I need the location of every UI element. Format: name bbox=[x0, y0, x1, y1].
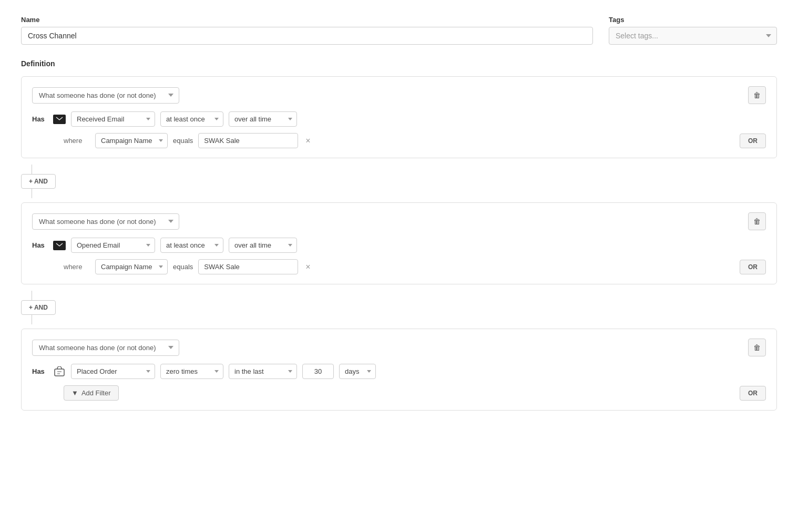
name-label: Name bbox=[21, 16, 593, 24]
time-select-3[interactable]: in the last bbox=[229, 364, 297, 379]
condition-type-select-1[interactable]: What someone has done (or not done) bbox=[32, 87, 179, 104]
where-row-2: where Campaign Name equals × OR bbox=[64, 259, 766, 274]
form-container: Name Tags Select tags... Definition What… bbox=[21, 16, 777, 411]
tags-select[interactable]: Select tags... bbox=[609, 27, 777, 45]
condition-row-1: Has Received Email at least once over al… bbox=[32, 111, 766, 127]
time-select-1[interactable]: over all time bbox=[229, 111, 297, 127]
condition-block-2: What someone has done (or not done) 🗑 Ha… bbox=[21, 202, 777, 284]
days-select-3[interactable]: days bbox=[339, 364, 376, 379]
days-value-input-3[interactable] bbox=[302, 364, 334, 379]
svg-rect-0 bbox=[56, 116, 63, 122]
trash-icon-2: 🗑 bbox=[753, 217, 761, 226]
condition-type-select-3[interactable]: What someone has done (or not done) bbox=[32, 340, 179, 356]
tags-group: Tags Select tags... bbox=[609, 16, 777, 45]
add-filter-button-3[interactable]: ▼ Add Filter bbox=[64, 385, 119, 401]
equals-label-1: equals bbox=[173, 137, 193, 145]
and-button-2[interactable]: + AND bbox=[21, 300, 56, 315]
or-button-3[interactable]: OR bbox=[740, 386, 766, 401]
and-button-1[interactable]: + AND bbox=[21, 174, 56, 189]
where-label-2: where bbox=[64, 263, 90, 271]
clear-button-1[interactable]: × bbox=[303, 136, 312, 146]
delete-button-2[interactable]: 🗑 bbox=[748, 212, 766, 230]
email-icon-1 bbox=[53, 115, 66, 124]
condition-header-2: What someone has done (or not done) 🗑 bbox=[32, 212, 766, 230]
where-label-1: where bbox=[64, 137, 90, 145]
or-button-1[interactable]: OR bbox=[740, 134, 766, 148]
filter-value-input-2[interactable] bbox=[198, 259, 298, 274]
condition-row-3: Has Placed Order zero times in the last bbox=[32, 364, 766, 379]
connector-line-2b bbox=[32, 315, 32, 324]
where-row-left-2: where Campaign Name equals × bbox=[64, 259, 313, 274]
shop-icon-3 bbox=[53, 367, 66, 376]
name-group: Name bbox=[21, 16, 593, 45]
where-row-3: ▼ Add Filter OR bbox=[64, 385, 766, 401]
freq-select-1[interactable]: at least once bbox=[160, 111, 223, 127]
filter-icon-3: ▼ bbox=[71, 389, 78, 397]
connector-line-1b bbox=[32, 189, 32, 198]
svg-rect-1 bbox=[56, 242, 63, 249]
trash-icon-3: 🗑 bbox=[753, 343, 761, 352]
condition-header-3: What someone has done (or not done) 🗑 bbox=[32, 339, 766, 356]
connector-line-1 bbox=[32, 165, 32, 174]
condition-type-select-2[interactable]: What someone has done (or not done) bbox=[32, 213, 179, 230]
tags-label: Tags bbox=[609, 16, 777, 24]
freq-select-2[interactable]: at least once bbox=[160, 238, 223, 253]
clear-button-2[interactable]: × bbox=[303, 262, 312, 272]
time-select-2[interactable]: over all time bbox=[229, 238, 297, 253]
has-label-1: Has bbox=[32, 115, 48, 123]
email-icon-2 bbox=[53, 241, 66, 250]
definition-section: Definition What someone has done (or not… bbox=[21, 59, 777, 411]
freq-select-3[interactable]: zero times bbox=[160, 364, 223, 379]
event-select-3[interactable]: Placed Order bbox=[71, 364, 155, 379]
trash-icon-1: 🗑 bbox=[753, 91, 761, 99]
name-input[interactable] bbox=[21, 27, 593, 45]
event-select-2[interactable]: Opened Email bbox=[71, 238, 155, 253]
filter-value-input-1[interactable] bbox=[198, 133, 298, 148]
where-row-1: where Campaign Name equals × OR bbox=[64, 133, 766, 148]
where-row-left-1: where Campaign Name equals × bbox=[64, 133, 313, 148]
definition-label: Definition bbox=[21, 59, 777, 68]
has-label-3: Has bbox=[32, 367, 48, 375]
delete-button-1[interactable]: 🗑 bbox=[748, 86, 766, 104]
condition-header-1: What someone has done (or not done) 🗑 bbox=[32, 86, 766, 104]
equals-label-2: equals bbox=[173, 263, 193, 271]
delete-button-3[interactable]: 🗑 bbox=[748, 339, 766, 356]
connector-line-2 bbox=[32, 291, 32, 300]
filter-field-select-2[interactable]: Campaign Name bbox=[95, 259, 168, 274]
form-header: Name Tags Select tags... bbox=[21, 16, 777, 45]
where-row-left-3: ▼ Add Filter bbox=[64, 385, 119, 401]
and-connector-1: + AND bbox=[21, 165, 777, 198]
condition-block-3: What someone has done (or not done) 🗑 Ha… bbox=[21, 329, 777, 411]
add-filter-label-3: Add Filter bbox=[81, 389, 111, 397]
or-button-2[interactable]: OR bbox=[740, 260, 766, 274]
condition-row-2: Has Opened Email at least once over all … bbox=[32, 238, 766, 253]
condition-block-1: What someone has done (or not done) 🗑 Ha… bbox=[21, 76, 777, 158]
and-connector-2: + AND bbox=[21, 291, 777, 324]
filter-field-select-1[interactable]: Campaign Name bbox=[95, 133, 168, 148]
has-label-2: Has bbox=[32, 241, 48, 249]
event-select-1[interactable]: Received Email bbox=[71, 111, 155, 127]
svg-rect-2 bbox=[55, 369, 64, 376]
